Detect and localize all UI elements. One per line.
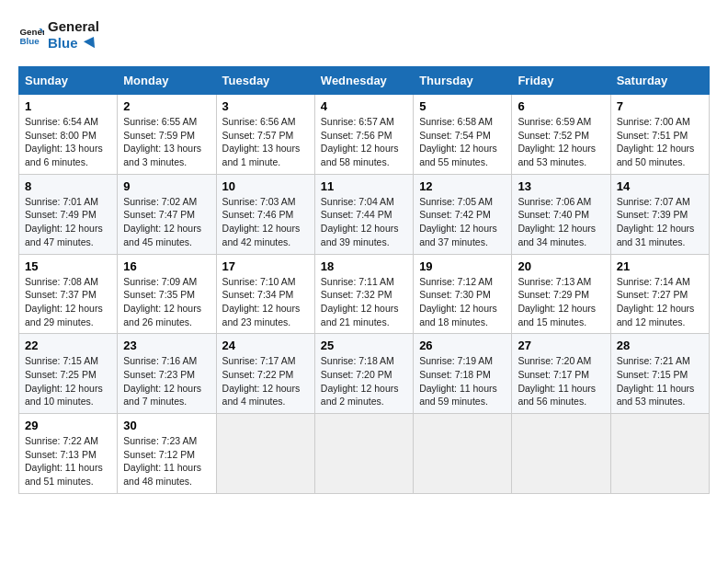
day-number: 12 — [419, 179, 506, 193]
calendar-cell: 30 Sunrise: 7:23 AM Sunset: 7:12 PM Dayl… — [118, 414, 216, 494]
day-info: Sunrise: 7:06 AM Sunset: 7:40 PM Dayligh… — [518, 195, 604, 249]
day-info: Sunrise: 7:10 AM Sunset: 7:34 PM Dayligh… — [222, 275, 309, 329]
day-number: 2 — [123, 99, 210, 113]
day-info: Sunrise: 7:21 AM Sunset: 7:15 PM Dayligh… — [617, 354, 703, 408]
day-info: Sunrise: 7:15 AM Sunset: 7:25 PM Dayligh… — [25, 354, 111, 408]
calendar-cell: 11 Sunrise: 7:04 AM Sunset: 7:44 PM Dayl… — [314, 174, 413, 254]
calendar-cell: 10 Sunrise: 7:03 AM Sunset: 7:46 PM Dayl… — [216, 174, 314, 254]
day-info: Sunrise: 6:57 AM Sunset: 7:56 PM Dayligh… — [321, 115, 407, 169]
weekday-header-wednesday: Wednesday — [314, 67, 413, 95]
day-number: 27 — [518, 339, 604, 352]
day-number: 14 — [617, 179, 703, 193]
day-number: 13 — [518, 179, 604, 193]
svg-text:Blue: Blue — [19, 36, 40, 46]
calendar-cell: 7 Sunrise: 7:00 AM Sunset: 7:51 PM Dayli… — [610, 95, 709, 175]
day-info: Sunrise: 6:55 AM Sunset: 7:59 PM Dayligh… — [123, 115, 210, 169]
day-number: 18 — [321, 259, 407, 273]
day-number: 3 — [222, 99, 309, 113]
day-info: Sunrise: 7:13 AM Sunset: 7:29 PM Dayligh… — [518, 275, 604, 329]
day-info: Sunrise: 7:05 AM Sunset: 7:42 PM Dayligh… — [419, 195, 506, 249]
calendar-cell — [610, 414, 709, 494]
calendar-cell: 1 Sunrise: 6:54 AM Sunset: 8:00 PM Dayli… — [19, 95, 118, 175]
day-number: 8 — [25, 179, 111, 193]
calendar-cell: 13 Sunrise: 7:06 AM Sunset: 7:40 PM Dayl… — [512, 174, 610, 254]
calendar-cell: 28 Sunrise: 7:21 AM Sunset: 7:15 PM Dayl… — [610, 334, 709, 414]
weekday-header-thursday: Thursday — [414, 67, 512, 95]
day-info: Sunrise: 7:17 AM Sunset: 7:22 PM Dayligh… — [222, 354, 309, 408]
calendar-cell — [512, 414, 610, 494]
weekday-header-friday: Friday — [512, 67, 610, 95]
calendar-table: SundayMondayTuesdayWednesdayThursdayFrid… — [18, 66, 710, 494]
day-info: Sunrise: 7:23 AM Sunset: 7:12 PM Dayligh… — [123, 434, 210, 488]
calendar-cell: 12 Sunrise: 7:05 AM Sunset: 7:42 PM Dayl… — [414, 174, 512, 254]
day-info: Sunrise: 7:01 AM Sunset: 7:49 PM Dayligh… — [25, 195, 111, 249]
calendar-cell: 23 Sunrise: 7:16 AM Sunset: 7:23 PM Dayl… — [118, 334, 216, 414]
calendar-cell: 2 Sunrise: 6:55 AM Sunset: 7:59 PM Dayli… — [118, 95, 216, 175]
calendar-cell: 20 Sunrise: 7:13 AM Sunset: 7:29 PM Dayl… — [512, 254, 610, 334]
day-number: 10 — [222, 179, 309, 193]
day-info: Sunrise: 6:59 AM Sunset: 7:52 PM Dayligh… — [518, 115, 604, 169]
calendar-cell — [314, 414, 413, 494]
day-number: 29 — [25, 419, 111, 432]
day-number: 23 — [123, 339, 210, 352]
calendar-cell: 15 Sunrise: 7:08 AM Sunset: 7:37 PM Dayl… — [19, 254, 118, 334]
day-info: Sunrise: 7:03 AM Sunset: 7:46 PM Dayligh… — [222, 195, 309, 249]
weekday-header-saturday: Saturday — [610, 67, 709, 95]
day-number: 20 — [518, 259, 604, 273]
day-info: Sunrise: 7:16 AM Sunset: 7:23 PM Dayligh… — [123, 354, 210, 408]
logo-icon: General Blue — [18, 22, 44, 48]
weekday-header-sunday: Sunday — [19, 67, 118, 95]
calendar-cell: 24 Sunrise: 7:17 AM Sunset: 7:22 PM Dayl… — [216, 334, 314, 414]
calendar-cell: 6 Sunrise: 6:59 AM Sunset: 7:52 PM Dayli… — [512, 95, 610, 175]
weekday-header-monday: Monday — [118, 67, 216, 95]
calendar-cell: 19 Sunrise: 7:12 AM Sunset: 7:30 PM Dayl… — [414, 254, 512, 334]
day-number: 6 — [518, 99, 604, 113]
day-info: Sunrise: 6:56 AM Sunset: 7:57 PM Dayligh… — [222, 115, 309, 169]
day-number: 22 — [25, 339, 111, 352]
day-number: 30 — [123, 419, 210, 432]
day-number: 21 — [617, 259, 703, 273]
calendar-cell: 3 Sunrise: 6:56 AM Sunset: 7:57 PM Dayli… — [216, 95, 314, 175]
day-number: 11 — [321, 179, 407, 193]
day-info: Sunrise: 6:54 AM Sunset: 8:00 PM Dayligh… — [25, 115, 111, 169]
day-info: Sunrise: 7:14 AM Sunset: 7:27 PM Dayligh… — [617, 275, 703, 329]
calendar-week-2: 8 Sunrise: 7:01 AM Sunset: 7:49 PM Dayli… — [19, 174, 710, 254]
day-number: 24 — [222, 339, 309, 352]
day-number: 17 — [222, 259, 309, 273]
day-number: 15 — [25, 259, 111, 273]
calendar-cell: 21 Sunrise: 7:14 AM Sunset: 7:27 PM Dayl… — [610, 254, 709, 334]
day-number: 19 — [419, 259, 506, 273]
day-number: 7 — [617, 99, 703, 113]
day-info: Sunrise: 7:00 AM Sunset: 7:51 PM Dayligh… — [617, 115, 703, 169]
day-info: Sunrise: 7:19 AM Sunset: 7:18 PM Dayligh… — [419, 354, 506, 408]
day-number: 25 — [321, 339, 407, 352]
day-number: 4 — [321, 99, 407, 113]
calendar-week-5: 29 Sunrise: 7:22 AM Sunset: 7:13 PM Dayl… — [19, 414, 710, 494]
day-info: Sunrise: 7:22 AM Sunset: 7:13 PM Dayligh… — [25, 434, 111, 488]
calendar-body: 1 Sunrise: 6:54 AM Sunset: 8:00 PM Dayli… — [19, 95, 710, 494]
calendar-cell: 18 Sunrise: 7:11 AM Sunset: 7:32 PM Dayl… — [314, 254, 413, 334]
calendar-week-4: 22 Sunrise: 7:15 AM Sunset: 7:25 PM Dayl… — [19, 334, 710, 414]
day-number: 26 — [419, 339, 506, 352]
day-number: 28 — [617, 339, 703, 352]
calendar-cell: 27 Sunrise: 7:20 AM Sunset: 7:17 PM Dayl… — [512, 334, 610, 414]
calendar-cell: 9 Sunrise: 7:02 AM Sunset: 7:47 PM Dayli… — [118, 174, 216, 254]
day-info: Sunrise: 6:58 AM Sunset: 7:54 PM Dayligh… — [419, 115, 506, 169]
weekday-header-tuesday: Tuesday — [216, 67, 314, 95]
calendar-cell: 22 Sunrise: 7:15 AM Sunset: 7:25 PM Dayl… — [19, 334, 118, 414]
calendar-cell: 4 Sunrise: 6:57 AM Sunset: 7:56 PM Dayli… — [314, 95, 413, 175]
day-number: 16 — [123, 259, 210, 273]
calendar-week-3: 15 Sunrise: 7:08 AM Sunset: 7:37 PM Dayl… — [19, 254, 710, 334]
day-info: Sunrise: 7:11 AM Sunset: 7:32 PM Dayligh… — [321, 275, 407, 329]
day-info: Sunrise: 7:07 AM Sunset: 7:39 PM Dayligh… — [617, 195, 703, 249]
calendar-cell — [216, 414, 314, 494]
calendar-cell: 17 Sunrise: 7:10 AM Sunset: 7:34 PM Dayl… — [216, 254, 314, 334]
logo: General Blue General Blue — [18, 18, 99, 52]
day-info: Sunrise: 7:09 AM Sunset: 7:35 PM Dayligh… — [123, 275, 210, 329]
calendar-cell — [414, 414, 512, 494]
day-info: Sunrise: 7:12 AM Sunset: 7:30 PM Dayligh… — [419, 275, 506, 329]
calendar-cell: 25 Sunrise: 7:18 AM Sunset: 7:20 PM Dayl… — [314, 334, 413, 414]
weekday-header-row: SundayMondayTuesdayWednesdayThursdayFrid… — [19, 67, 710, 95]
day-number: 1 — [25, 99, 111, 113]
day-info: Sunrise: 7:02 AM Sunset: 7:47 PM Dayligh… — [123, 195, 210, 249]
